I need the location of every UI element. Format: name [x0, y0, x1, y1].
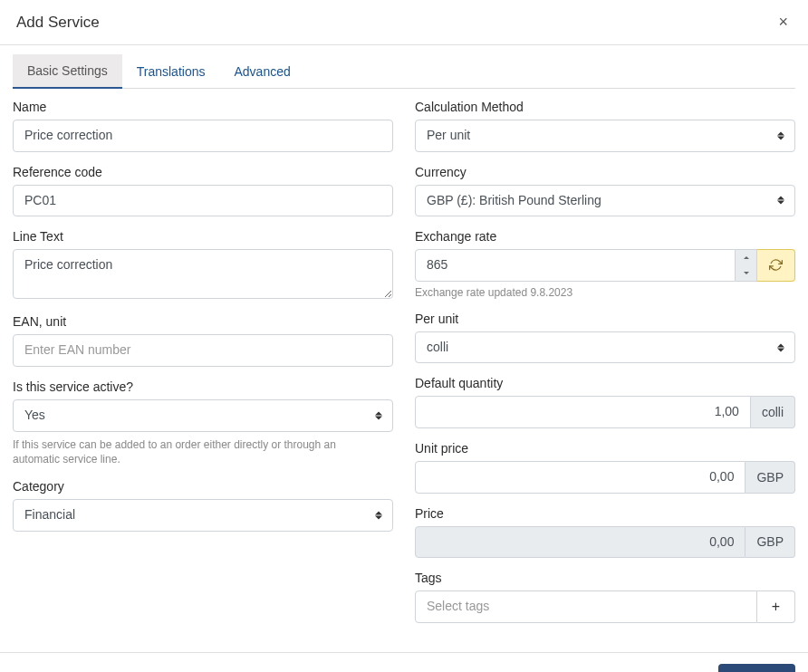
caret-down-icon: [744, 272, 749, 274]
field-line-text: Line Text Price correction: [13, 229, 393, 302]
linetext-label: Line Text: [13, 229, 393, 244]
field-reference-code: Reference code: [13, 165, 393, 217]
field-price: Price GBP: [415, 506, 795, 559]
name-label: Name: [13, 100, 393, 114]
perunit-select[interactable]: colli: [415, 331, 795, 364]
unitprice-input[interactable]: [415, 461, 745, 494]
ean-label: EAN, unit: [13, 314, 393, 329]
refresh-exchange-button[interactable]: [757, 249, 795, 282]
right-column: Calculation Method Per unit Currency GBP…: [415, 100, 795, 636]
tags-label: Tags: [415, 571, 795, 585]
plus-icon: +: [772, 599, 780, 615]
reference-input[interactable]: [13, 185, 393, 217]
refresh-icon: [769, 258, 783, 272]
exchange-stepper: [736, 249, 757, 282]
tab-basic-settings[interactable]: Basic Settings: [13, 54, 122, 89]
field-ean: EAN, unit: [13, 314, 393, 367]
active-select[interactable]: Yes: [13, 399, 393, 432]
field-per-unit: Per unit colli: [415, 312, 795, 364]
price-label: Price: [415, 506, 795, 521]
field-tags: Tags +: [415, 571, 795, 623]
add-tag-button[interactable]: +: [757, 590, 795, 623]
field-active: Is this service active? Yes If this serv…: [13, 379, 393, 466]
active-label: Is this service active?: [13, 379, 393, 394]
modal-title: Add Service: [16, 14, 100, 32]
field-unit-price: Unit price GBP: [415, 441, 795, 494]
exchange-hint: Exchange rate updated 9.8.2023: [415, 286, 795, 299]
currency-label: Currency: [415, 165, 795, 179]
tags-input[interactable]: [415, 590, 757, 623]
modal-footer: Save: [0, 652, 808, 672]
left-column: Name Reference code Line Text Price corr…: [13, 100, 393, 636]
save-button[interactable]: Save: [718, 664, 795, 672]
name-input[interactable]: [13, 120, 393, 152]
category-select[interactable]: Financial: [13, 499, 393, 532]
unitprice-suffix: GBP: [745, 461, 795, 494]
calcmethod-label: Calculation Method: [415, 100, 795, 114]
active-help: If this service can be added to an order…: [13, 437, 374, 466]
exchange-step-down[interactable]: [736, 265, 756, 281]
category-label: Category: [13, 479, 393, 494]
currency-select[interactable]: GBP (£): British Pound Sterling: [415, 185, 795, 217]
field-currency: Currency GBP (£): British Pound Sterling: [415, 165, 795, 217]
unitprice-label: Unit price: [415, 441, 795, 456]
linetext-input[interactable]: Price correction: [13, 249, 393, 299]
field-exchange-rate: Exchange rate Exchange rate updated 9.8.…: [415, 229, 795, 299]
price-suffix: GBP: [745, 526, 795, 559]
exchange-label: Exchange rate: [415, 229, 795, 244]
field-name: Name: [13, 100, 393, 152]
tabs: Basic Settings Translations Advanced: [13, 54, 795, 89]
perunit-label: Per unit: [415, 312, 795, 326]
field-default-quantity: Default quantity colli: [415, 376, 795, 428]
tab-advanced[interactable]: Advanced: [219, 54, 304, 88]
field-category: Category Financial: [13, 479, 393, 532]
price-input: [415, 526, 745, 559]
modal-header: Add Service ×: [0, 0, 808, 45]
defaultqty-input[interactable]: [415, 396, 751, 428]
form-columns: Name Reference code Line Text Price corr…: [13, 100, 795, 636]
modal-body: Basic Settings Translations Advanced Nam…: [0, 45, 808, 652]
defaultqty-suffix: colli: [751, 396, 795, 428]
tab-translations[interactable]: Translations: [122, 54, 220, 88]
caret-up-icon: [744, 256, 749, 259]
ean-input[interactable]: [13, 334, 393, 367]
reference-label: Reference code: [13, 165, 393, 179]
add-service-modal: Add Service × Basic Settings Translation…: [0, 0, 808, 672]
calcmethod-select[interactable]: Per unit: [415, 120, 795, 152]
exchange-input[interactable]: [415, 249, 736, 282]
field-calculation-method: Calculation Method Per unit: [415, 100, 795, 152]
close-icon: ×: [778, 13, 788, 31]
defaultqty-label: Default quantity: [415, 376, 795, 390]
close-button[interactable]: ×: [774, 13, 792, 32]
exchange-step-up[interactable]: [736, 250, 756, 265]
